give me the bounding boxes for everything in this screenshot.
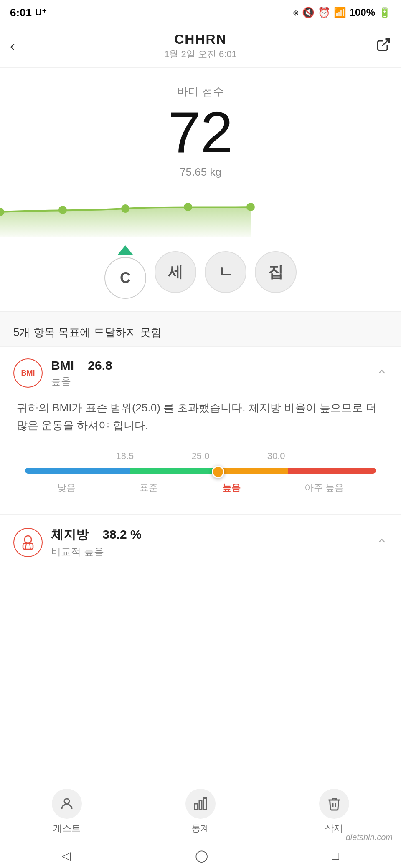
header-title-block: CHHRN 1월 2일 오전 6:01 <box>164 32 237 61</box>
bmi-thumb <box>212 466 224 478</box>
svg-point-4 <box>184 203 192 211</box>
delete-button[interactable]: 삭제 <box>319 789 349 835</box>
stats-button[interactable]: 통계 <box>185 789 216 835</box>
metric-bmi: BMI BMI 26.8 높음 <box>0 346 401 514</box>
svg-point-2 <box>58 206 67 214</box>
svg-rect-11 <box>195 804 198 810</box>
header: ‹ CHHRN 1월 2일 오전 6:01 <box>0 25 401 68</box>
svg-rect-6 <box>25 536 31 543</box>
svg-line-0 <box>382 39 389 46</box>
bmi-chevron-icon[interactable] <box>376 366 388 381</box>
bmi-detail: 귀하의 BMI가 표준 범위(25.0) 를 초과했습니다. 체지방 비율이 높… <box>13 399 388 502</box>
svg-point-10 <box>64 799 69 804</box>
score-weight: 75.65 kg <box>180 166 221 179</box>
status-bar: 6:01 U⁺ ⎈ 🔇 ⏰ 📶 100% 🔋 <box>0 0 401 25</box>
bmi-label-high: 높음 <box>222 482 241 494</box>
metrics-list: BMI BMI 26.8 높음 <box>0 346 401 570</box>
bmi-track <box>25 468 376 474</box>
page-title: CHHRN <box>164 32 237 47</box>
battery-icon: 🔋 <box>378 7 391 18</box>
system-nav-bar: ◁ ◯ □ <box>0 843 401 868</box>
metric-bmi-header[interactable]: BMI BMI 26.8 높음 <box>13 358 388 388</box>
svg-rect-7 <box>23 543 33 549</box>
guest-icon <box>52 789 82 819</box>
bodyfat-icon <box>13 528 43 557</box>
bodyfat-chevron-icon[interactable] <box>376 535 388 550</box>
bottom-bar: 게스트 통계 삭제 <box>0 780 401 843</box>
bmi-track-container <box>25 466 376 476</box>
bmi-icon: BMI <box>13 358 43 388</box>
score-value: 72 <box>168 103 233 161</box>
nav-home-button[interactable]: ◯ <box>178 845 225 867</box>
summary-text: 5개 항목 목표에 도달하지 못함 <box>13 325 388 340</box>
metric-bmi-left: BMI BMI 26.8 높음 <box>13 358 112 388</box>
svg-rect-12 <box>199 801 202 810</box>
time-display: 6:01 <box>10 6 32 19</box>
svg-line-8 <box>25 543 26 549</box>
stats-icon <box>185 789 216 819</box>
bodyfat-title: 체지방 38.2 % <box>51 526 142 543</box>
back-button[interactable]: ‹ <box>10 38 15 55</box>
alarm-icon: ⏰ <box>318 7 330 18</box>
bmi-description: 귀하의 BMI가 표준 범위(25.0) 를 초과했습니다. 체지방 비율이 높… <box>17 399 384 434</box>
battery-level: 100% <box>350 7 375 18</box>
bmi-label-very-high: 아주 높음 <box>305 482 344 494</box>
status-icons: ⎈ 🔇 ⏰ 📶 100% 🔋 <box>293 7 391 18</box>
nav-back-button[interactable]: ◁ <box>45 845 88 867</box>
bmi-status: 높음 <box>51 374 112 388</box>
guest-button[interactable]: 게스트 <box>52 789 82 835</box>
bmi-slider: 18.5 25.0 30.0 낮음 표준 높음 아주 높음 <box>17 451 384 502</box>
score-section: 바디 점수 72 75.65 kg <box>0 68 401 187</box>
weight-chart <box>0 187 401 237</box>
avatar-section: C 세 ㄴ 집 <box>0 237 401 311</box>
metric-bodyfat-left: 체지방 38.2 % 비교적 높음 <box>13 526 142 558</box>
score-label: 바디 점수 <box>177 84 223 99</box>
bluetooth-icon: ⎈ <box>293 7 299 18</box>
signal-icon: 📶 <box>334 7 346 18</box>
bmi-label-low: 낮음 <box>57 482 76 494</box>
bmi-marker-3: 30.0 <box>267 451 285 462</box>
bmi-labels: 낮음 표준 높음 아주 높음 <box>25 482 376 494</box>
bmi-marker-2: 25.0 <box>192 451 210 462</box>
avatar-item-1[interactable]: 세 <box>155 251 196 293</box>
carrier: U⁺ <box>35 7 47 18</box>
svg-line-9 <box>30 543 30 549</box>
bmi-markers: 18.5 25.0 30.0 <box>25 451 376 462</box>
bmi-name-value: BMI 26.8 높음 <box>51 358 112 388</box>
bodyfat-status: 비교적 높음 <box>51 545 142 558</box>
share-button[interactable] <box>376 37 391 56</box>
bmi-label-normal: 표준 <box>140 482 158 494</box>
avatar-item-2[interactable]: ㄴ <box>205 251 246 293</box>
delete-label: 삭제 <box>325 822 343 835</box>
watermark: dietshin.com <box>346 833 393 842</box>
svg-point-5 <box>246 203 255 211</box>
bodyfat-name-value: 체지방 38.2 % 비교적 높음 <box>51 526 142 558</box>
guest-label: 게스트 <box>53 822 81 835</box>
avatar-item-3[interactable]: 집 <box>255 251 297 293</box>
svg-point-3 <box>121 204 129 213</box>
bmi-title: BMI 26.8 <box>51 358 112 373</box>
page-subtitle: 1월 2일 오전 6:01 <box>164 48 237 61</box>
stats-label: 통계 <box>191 822 210 835</box>
nav-recents-button[interactable]: □ <box>315 845 356 867</box>
metric-bodyfat-header[interactable]: 체지방 38.2 % 비교적 높음 <box>13 526 388 558</box>
svg-rect-13 <box>204 798 206 810</box>
mute-icon: 🔇 <box>302 7 315 18</box>
summary-section: 5개 항목 목표에 도달하지 못함 <box>0 311 401 346</box>
avatar-active[interactable]: C <box>104 257 146 299</box>
delete-icon <box>319 789 349 819</box>
metric-bodyfat: 체지방 38.2 % 비교적 높음 <box>0 514 401 570</box>
avatar-indicator <box>118 245 133 255</box>
status-time: 6:01 U⁺ <box>10 6 47 19</box>
bmi-marker-1: 18.5 <box>116 451 134 462</box>
